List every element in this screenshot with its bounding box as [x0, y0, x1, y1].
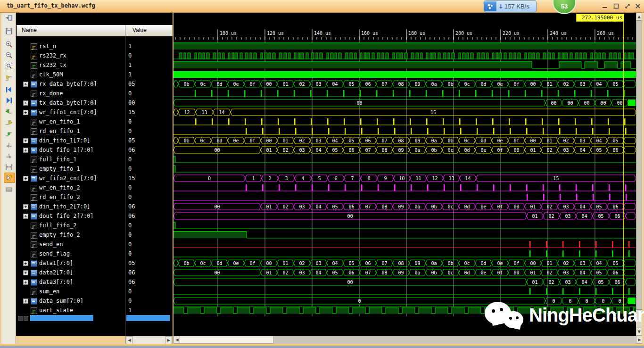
jump-prev-button[interactable] — [4, 140, 14, 149]
vertical-scroll-thumb[interactable] — [636, 20, 642, 310]
svg-text:0d: 0d — [480, 82, 486, 87]
signal-row-dout_fifo_2[interactable]: +dout_fifo_2[7:0]06 — [17, 211, 172, 221]
svg-text:06: 06 — [365, 261, 371, 266]
signal-value: 06 — [128, 269, 135, 276]
network-speed-overlay[interactable]: ↓ 157 KB/s — [484, 0, 537, 12]
scalar-signal-icon — [31, 185, 37, 191]
svg-text:04: 04 — [315, 204, 321, 209]
restore-button[interactable] — [623, 3, 632, 9]
goto-time-button[interactable] — [4, 74, 14, 83]
signal-row-rx_data_byte[interactable]: +rx_data_byte[7:0]05 — [17, 79, 172, 89]
zoom-fit-button[interactable] — [4, 61, 14, 71]
left-toolbar — [1, 13, 16, 344]
selected-row-name-highlight[interactable] — [30, 315, 93, 321]
signal-row-din_fifo_2[interactable]: +din_fifo_2[7:0]06 — [17, 202, 172, 211]
badge-count: 53 — [553, 3, 575, 10]
wechat-icon-eye — [492, 309, 495, 313]
value-column-header[interactable]: Value — [132, 27, 147, 33]
signal-row-uart_state[interactable]: uart_state1 — [17, 306, 172, 315]
expand-icon[interactable]: + — [23, 148, 28, 153]
signal-row-rd_en_fifo_2[interactable]: rd_en_fifo_20 — [17, 192, 172, 202]
signal-row-tx_data_byte[interactable]: +tx_data_byte[7:0]00 — [17, 98, 172, 108]
add-marker-button[interactable] — [4, 129, 14, 139]
signal-row-rst_n[interactable]: rst_n1 — [17, 41, 172, 51]
signal-name: data1[7:0] — [39, 260, 73, 266]
selected-row-value-highlight[interactable] — [126, 315, 170, 321]
svg-text:0d: 0d — [216, 82, 222, 87]
svg-text:0f: 0f — [513, 82, 519, 87]
measure-button[interactable] — [4, 162, 14, 172]
svg-text:05: 05 — [598, 214, 603, 219]
expand-icon[interactable]: + — [23, 110, 28, 115]
signal-row-rs232_rx[interactable]: rs232_rx0 — [17, 51, 172, 60]
expand-icon[interactable]: + — [23, 82, 28, 87]
maximize-button[interactable] — [612, 3, 620, 9]
svg-text:4: 4 — [301, 176, 304, 181]
signal-row-wr_en_fifo_1[interactable]: wr_en_fifo_10 — [17, 117, 172, 126]
snap-button[interactable] — [4, 185, 14, 194]
wave-scroll-thumb[interactable] — [180, 336, 273, 344]
svg-text:03: 03 — [579, 138, 585, 143]
jump-next-button[interactable] — [4, 151, 14, 160]
expand-icon[interactable]: + — [23, 176, 28, 181]
signal-row-clk_50M[interactable]: clk_50M1 — [17, 70, 172, 79]
zoom-out-button[interactable] — [4, 50, 14, 60]
signal-row-rs232_tx[interactable]: rs232_tx1 — [17, 60, 172, 70]
signal-row-empty_fifo_1[interactable]: empty_fifo_10 — [17, 164, 172, 174]
scalar-signal-icon — [31, 232, 37, 239]
svg-text:0f: 0f — [513, 261, 519, 266]
close-button[interactable] — [634, 3, 642, 9]
expand-icon[interactable]: + — [23, 261, 28, 266]
expand-icon[interactable]: + — [23, 138, 28, 143]
next-transition-button[interactable] — [4, 118, 14, 127]
signal-row-data1[interactable]: +data1[7:0]05 — [17, 258, 172, 268]
prev-transition-button[interactable] — [4, 107, 14, 116]
signal-row-wr_en_fifo_2[interactable]: wr_en_fifo_20 — [17, 183, 172, 192]
signal-row-wr_fifo2_cnt[interactable]: +wr_fifo2_cnt[7:0]15 — [17, 174, 172, 183]
scroll-up-button[interactable]: ▲ — [636, 13, 642, 21]
signal-name: send_en — [39, 241, 63, 248]
svg-text:09: 09 — [398, 148, 404, 153]
waveform-canvas[interactable]: 100 us120 us140 us160 us180 us200 us220 … — [173, 12, 636, 336]
signal-row-full_fifo_2[interactable]: full_fifo_20 — [17, 221, 172, 230]
panel-scroll-right-button[interactable]: ▶ — [165, 336, 172, 344]
expand-icon[interactable]: + — [23, 280, 28, 285]
cursor-time-readout: 272.195000 us — [576, 14, 624, 22]
signal-row-din_fifo_1[interactable]: +din_fifo_1[7:0]05 — [17, 136, 172, 145]
name-column-header[interactable]: Name — [22, 27, 37, 33]
signal-row-full_fifo_1[interactable]: full_fifo_10 — [17, 155, 172, 164]
zoom-in-button[interactable] — [4, 40, 14, 49]
signal-row-data_sum[interactable]: +data_sum[7:0]0 — [17, 296, 172, 306]
svg-text:15: 15 — [553, 176, 559, 181]
swap-cursors-button[interactable] — [4, 173, 15, 183]
signal-row-data3[interactable]: +data3[7:0]06 — [17, 277, 172, 287]
wave-horizontal-scrollbar[interactable]: ◀ — [173, 336, 636, 344]
signal-row-sum_en[interactable]: sum_en0 — [17, 287, 172, 296]
expand-icon[interactable]: + — [23, 298, 28, 304]
panel-scroll-left-button[interactable]: ◀ — [126, 336, 133, 344]
signal-row-send_en[interactable]: send_en0 — [17, 240, 172, 249]
expand-icon[interactable]: + — [23, 204, 28, 209]
signal-row-send_flag[interactable]: send_flag0 — [17, 249, 172, 258]
prev-marker-button[interactable] — [4, 85, 14, 94]
bus-signal-icon — [31, 147, 37, 154]
signal-row-wr_fifo1_cnt[interactable]: +wr_fifo1_cnt[7:0]15 — [17, 108, 172, 117]
next-marker-button[interactable] — [4, 96, 14, 105]
signal-row-empty_fifo_2[interactable]: empty_fifo_20 — [17, 230, 172, 240]
signal-row-rx_done[interactable]: rx_done0 — [17, 89, 172, 98]
expand-icon[interactable]: + — [23, 100, 28, 106]
svg-text:0: 0 — [358, 298, 361, 304]
wave-vertical-scrollbar[interactable]: ▲ ▼ — [636, 13, 642, 336]
expand-icon[interactable]: + — [23, 270, 28, 275]
save-button[interactable] — [4, 26, 14, 36]
signal-row-dout_fifo_1[interactable]: +dout_fifo_1[7:0]06 — [17, 145, 172, 155]
expand-icon[interactable]: + — [23, 214, 28, 219]
minimize-button[interactable] — [601, 3, 609, 9]
signal-row-rd_en_fifo_1[interactable]: rd_en_fifo_10 — [17, 126, 172, 136]
svg-text:0d: 0d — [216, 138, 222, 143]
dock-button[interactable] — [4, 13, 14, 23]
signal-value: 0 — [128, 184, 132, 191]
signal-row-data2[interactable]: +data2[7:0]06 — [17, 268, 172, 277]
svg-text:14: 14 — [219, 110, 224, 115]
svg-text:08: 08 — [398, 82, 404, 87]
